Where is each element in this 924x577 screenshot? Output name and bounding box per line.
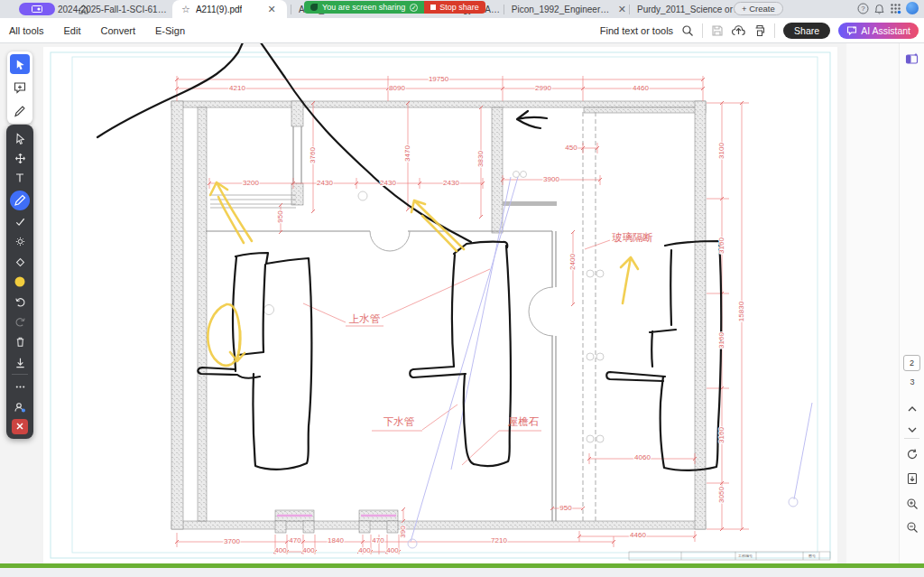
save-icon[interactable] [711, 24, 724, 37]
tab-label: A211(9).pdf [196, 5, 243, 14]
move-tool[interactable] [10, 150, 30, 166]
page-number-input[interactable]: 2 [903, 355, 920, 371]
toolbar-divider [12, 374, 28, 375]
annotation-toolbar [6, 125, 33, 439]
right-side-panel: 2 3 [899, 43, 924, 563]
stamp-tool[interactable] [10, 234, 30, 250]
dimension-label: 400 [358, 546, 371, 554]
zoom-out-button[interactable] [906, 521, 919, 537]
dimension-label: 390 [399, 526, 407, 538]
dimension-label: 2430 [317, 179, 333, 187]
dimension-label: 3160 [717, 237, 725, 254]
stop-icon [430, 5, 436, 10]
plan-annotation-label: 上水管 [349, 313, 381, 324]
delete-button[interactable] [10, 334, 30, 350]
ai-assistant-button[interactable]: AI Assistant [838, 23, 919, 39]
ai-assistant-label: AI Assistant [861, 25, 910, 36]
dimension-label: 400 [302, 546, 315, 554]
stop-share-button[interactable]: Stop share [424, 1, 485, 14]
more-options-button[interactable] [10, 378, 30, 395]
rotate-page-button[interactable] [906, 448, 919, 464]
dimension-label: 2430 [380, 179, 396, 187]
download-button[interactable] [10, 354, 30, 370]
menu-convert[interactable]: Convert [101, 25, 136, 36]
undo-button[interactable] [10, 294, 30, 311]
dimension-label: 4210 [229, 84, 245, 92]
checkmark-tool[interactable] [10, 214, 30, 230]
tab-1[interactable]: 2024-2025-Fall-1-SCI-6121-7053... [58, 0, 171, 18]
dimension-label: 470 [289, 536, 301, 544]
upload-cloud-icon[interactable] [732, 24, 745, 37]
current-page: 2 [910, 358, 914, 368]
draw-tool[interactable] [10, 101, 30, 121]
notifications-bell-icon[interactable] [873, 3, 885, 14]
text-tool[interactable] [10, 170, 30, 186]
pdf-page-drawing: 1975042108090299044603200243024302430390… [0, 43, 924, 563]
desktop-strip [0, 568, 924, 577]
apps-grid-icon[interactable] [890, 3, 901, 14]
tab-2-active[interactable]: ☆ A211(9).pdf ✕ [172, 0, 287, 18]
fit-page-button[interactable] [906, 472, 918, 489]
page-count: 3 [900, 377, 924, 386]
dimension-label: 4460 [633, 84, 649, 92]
create-button[interactable]: + Create [734, 2, 783, 15]
dimension-label: 3700 [224, 537, 240, 545]
tab-label: Picon_1992_Engineers Syst... [512, 5, 612, 14]
screen-share-indicator[interactable] [19, 3, 55, 15]
document-canvas[interactable]: 1975042108090299044603200243024302430390… [0, 43, 924, 563]
avatar[interactable] [906, 2, 919, 14]
plan-annotation-label: 下水管 [383, 416, 415, 427]
color-swatch-yellow[interactable] [10, 274, 30, 290]
search-icon[interactable] [681, 24, 694, 37]
plan-annotation-label: 屋檐石 [508, 416, 540, 427]
scroll-gutter [846, 43, 899, 563]
dimension-label: 3100 [717, 143, 725, 159]
zoom-in-button[interactable] [906, 498, 919, 514]
dimension-label: 3900 [543, 175, 559, 183]
eraser-tool[interactable] [10, 254, 30, 270]
stop-share-label: Stop share [439, 3, 479, 12]
add-comment-tool[interactable] [10, 78, 30, 98]
dimension-label: 470 [372, 536, 384, 544]
star-icon[interactable]: ☆ [181, 4, 190, 15]
find-text-label[interactable]: Find text or tools [600, 25, 673, 36]
dimension-label: 3470 [403, 145, 411, 162]
dimension-label: 450 [565, 144, 578, 152]
screen-sharing-banner: You are screen sharing ✓ Stop share [304, 1, 485, 14]
select-tool-active[interactable] [10, 54, 30, 74]
tab-close-icon[interactable]: ✕ [618, 4, 626, 15]
pdf-page [43, 47, 837, 563]
close-annotation-button[interactable] [12, 419, 28, 434]
dimension-label: 19750 [429, 75, 449, 83]
tab-close-icon[interactable]: ✕ [267, 4, 275, 15]
ai-assistant-icon [846, 25, 857, 36]
add-people-button[interactable] [10, 399, 30, 415]
dimension-label: 3160 [717, 427, 725, 443]
menu-esign[interactable]: E-Sign [155, 25, 185, 36]
cursor-tool[interactable] [10, 130, 30, 146]
dimension-label: 2430 [443, 179, 459, 187]
panel-divider [904, 438, 919, 439]
ai-panel-icon[interactable] [905, 52, 919, 69]
help-icon[interactable]: ? [857, 3, 869, 14]
pen-tool-active[interactable] [10, 191, 30, 210]
dimension-label: 8090 [389, 84, 405, 92]
dimension-label: 3050 [717, 487, 725, 503]
dimension-label: 15830 [737, 301, 745, 321]
dimension-label: 950 [559, 504, 572, 512]
next-page-button[interactable] [907, 421, 918, 437]
menu-edit[interactable]: Edit [64, 25, 81, 36]
acrobat-toolbar: All tools Edit Convert E-Sign Find text … [0, 18, 924, 43]
application-window: 2024-2025-Fall-1-SCI-6121-7053... ☆ A211… [0, 0, 924, 577]
share-button[interactable]: Share [783, 23, 830, 39]
print-icon[interactable] [753, 24, 766, 37]
menu-all-tools[interactable]: All tools [9, 25, 44, 36]
redo-button[interactable] [10, 314, 30, 330]
tab-5[interactable]: Picon_1992_Engineers Syst... ✕ [504, 0, 626, 18]
dimension-label: 400 [386, 546, 399, 554]
check-icon: ✓ [410, 4, 418, 12]
dimension-label: 3200 [243, 179, 259, 187]
dimension-label: 3830 [476, 151, 485, 167]
previous-page-button[interactable] [907, 400, 918, 416]
quick-tools-card [7, 51, 32, 124]
